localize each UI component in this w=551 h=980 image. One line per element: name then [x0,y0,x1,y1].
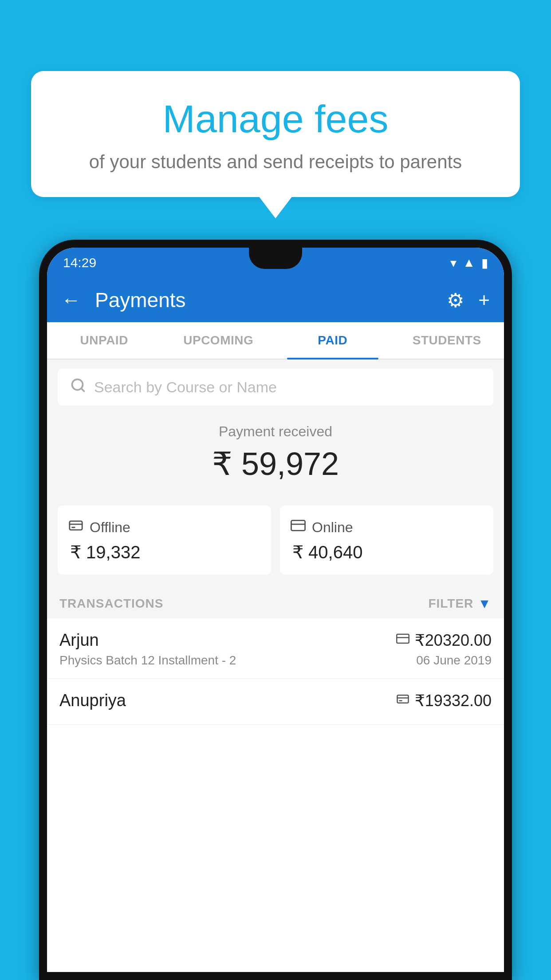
transaction-name-2: Anupriya [59,691,126,710]
tab-upcoming[interactable]: UPCOMING [161,322,276,359]
offline-icon [68,518,83,537]
online-icon [291,518,306,537]
status-bar: 14:29 ▾ ▲ ▮ [47,248,504,278]
tab-unpaid[interactable]: UNPAID [47,322,161,359]
payment-summary: Payment received ₹ 59,972 [47,406,504,506]
transaction-date-1: 06 June 2019 [416,653,492,668]
transaction-top-2: Anupriya ₹19332.00 [59,691,492,710]
offline-payment-card: Offline ₹ 19,332 [58,506,271,575]
status-time: 14:29 [63,255,96,270]
search-bar[interactable]: Search by Course or Name [58,368,493,406]
add-button[interactable]: + [478,289,490,311]
battery-icon: ▮ [481,256,488,270]
back-button[interactable]: ← [61,289,81,311]
online-amount: ₹ 40,640 [292,542,483,562]
transactions-header: TRANSACTIONS FILTER ▼ [47,587,504,618]
settings-button[interactable]: ⚙ [447,289,464,312]
offline-card-header: Offline [68,518,260,537]
app-bar: ← Payments ⚙ + [47,278,504,322]
wifi-icon: ▾ [450,256,457,270]
online-type-label: Online [312,519,353,536]
filter-label: FILTER [428,597,473,611]
transaction-amount-wrap-2: ₹19332.00 [396,692,492,710]
svg-line-1 [81,388,84,391]
svg-rect-5 [291,521,305,531]
transaction-card-icon-1 [396,632,409,648]
signal-icon: ▲ [463,256,475,270]
transaction-detail-1: Physics Batch 12 Installment - 2 [59,653,236,668]
filter-icon: ▼ [478,596,492,611]
payment-total-amount: ₹ 59,972 [58,445,493,482]
phone-screen: 14:29 ▾ ▲ ▮ ← Payments ⚙ + UNPAID UPCOMI… [47,248,504,972]
payment-cards: Offline ₹ 19,332 Online ₹ 4 [58,506,493,575]
content-area: Search by Course or Name Payment receive… [47,360,504,725]
transaction-row[interactable]: Anupriya ₹19332.00 [47,679,504,725]
svg-rect-7 [397,634,409,643]
app-bar-title: Payments [95,288,436,312]
filter-button[interactable]: FILTER ▼ [428,596,492,611]
transaction-name-1: Arjun [59,631,99,650]
payment-received-label: Payment received [58,423,493,440]
transaction-cash-icon-2 [396,692,409,709]
svg-rect-9 [397,695,408,703]
offline-type-label: Offline [90,519,130,536]
tab-students[interactable]: STUDENTS [390,322,504,359]
bubble-title: Manage fees [53,98,498,141]
notch [249,248,302,269]
transaction-row[interactable]: Arjun ₹20320.00 Physics Batch 12 Install… [47,618,504,679]
status-icons: ▾ ▲ ▮ [450,256,488,270]
transaction-bottom-1: Physics Batch 12 Installment - 2 06 June… [59,653,492,668]
app-bar-actions: ⚙ + [447,289,490,312]
online-payment-card: Online ₹ 40,640 [280,506,493,575]
online-card-header: Online [291,518,483,537]
transaction-amount-wrap-1: ₹20320.00 [396,631,492,650]
phone-frame: 14:29 ▾ ▲ ▮ ← Payments ⚙ + UNPAID UPCOMI… [39,240,512,980]
search-placeholder: Search by Course or Name [94,379,481,396]
transactions-label: TRANSACTIONS [59,597,163,611]
transaction-amount-2: ₹19332.00 [415,692,492,710]
transaction-amount-1: ₹20320.00 [415,631,492,650]
transaction-top-1: Arjun ₹20320.00 [59,631,492,650]
svg-rect-2 [70,521,82,530]
speech-bubble: Manage fees of your students and send re… [31,71,520,197]
bubble-subtitle: of your students and send receipts to pa… [53,151,498,173]
tab-paid[interactable]: PAID [276,322,390,359]
offline-amount: ₹ 19,332 [70,542,260,562]
tabs: UNPAID UPCOMING PAID STUDENTS [47,322,504,360]
search-icon [70,377,86,397]
